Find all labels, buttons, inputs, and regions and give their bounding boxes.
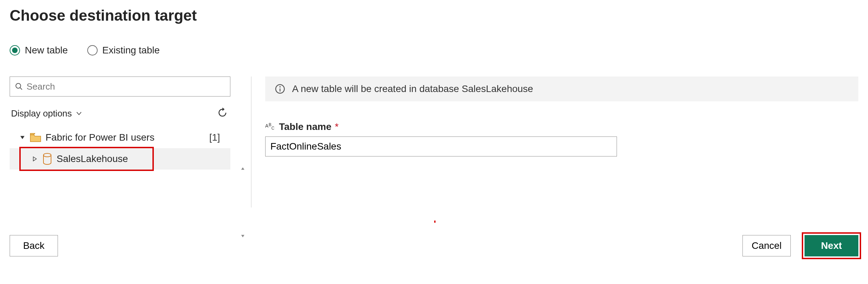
chevron-down-icon [75, 110, 83, 117]
svg-point-2 [43, 153, 51, 157]
svg-text:C: C [271, 126, 275, 131]
radio-existing-table-label: Existing table [102, 45, 160, 56]
search-box[interactable] [10, 77, 230, 97]
info-banner: A new table will be created in database … [265, 77, 858, 101]
radio-selected-icon [10, 45, 20, 55]
search-icon [15, 82, 23, 91]
back-button[interactable]: Back [10, 235, 58, 256]
tree-root-label: Fabric for Power BI users [46, 132, 205, 143]
tree-row-child[interactable]: SalesLakehouse [10, 148, 230, 170]
next-button[interactable]: Next [805, 235, 858, 256]
triangle-right-icon [32, 156, 38, 162]
tree-root-count: [1] [209, 132, 230, 143]
radio-existing-table[interactable]: Existing table [87, 45, 160, 56]
annotation-dot [434, 221, 436, 223]
table-name-input[interactable] [265, 136, 617, 156]
triangle-down-icon [19, 134, 26, 141]
scrollbar[interactable] [239, 166, 246, 239]
right-panel: A new table will be created in database … [265, 77, 858, 207]
table-name-label-row: ABC Table name * [265, 121, 858, 132]
info-icon [275, 84, 285, 94]
table-mode-radios: New table Existing table [10, 45, 858, 56]
info-text: A new table will be created in database … [292, 83, 533, 94]
vertical-divider [251, 77, 251, 207]
scroll-up-icon [240, 166, 245, 171]
radio-unselected-icon [87, 45, 98, 55]
refresh-icon [217, 108, 228, 118]
abc-icon: ABC [265, 123, 276, 131]
folder-icon [30, 133, 41, 142]
database-icon [42, 153, 52, 165]
radio-new-table[interactable]: New table [10, 45, 68, 56]
svg-text:A: A [265, 123, 269, 129]
svg-line-1 [20, 88, 22, 90]
svg-point-4 [279, 86, 281, 88]
svg-point-0 [16, 83, 21, 88]
required-asterisk: * [335, 121, 339, 132]
destination-tree: Fabric for Power BI users [1] SalesLakeh… [10, 127, 230, 170]
refresh-button[interactable] [216, 106, 229, 121]
scroll-down-icon [240, 234, 245, 239]
display-options-label: Display options [11, 108, 72, 119]
svg-text:B: B [269, 123, 271, 127]
cancel-button[interactable]: Cancel [742, 235, 791, 256]
search-input[interactable] [27, 81, 225, 92]
left-panel: Display options Fabric for Power BI user… [10, 77, 251, 207]
radio-new-table-label: New table [25, 45, 68, 56]
table-name-label: Table name [279, 121, 331, 132]
display-options-dropdown[interactable]: Display options [11, 108, 83, 119]
footer: Back Cancel Next [10, 235, 858, 256]
tree-row-root[interactable]: Fabric for Power BI users [1] [10, 127, 230, 148]
page-title: Choose destination target [10, 7, 858, 24]
tree-child-label: SalesLakehouse [57, 153, 230, 164]
